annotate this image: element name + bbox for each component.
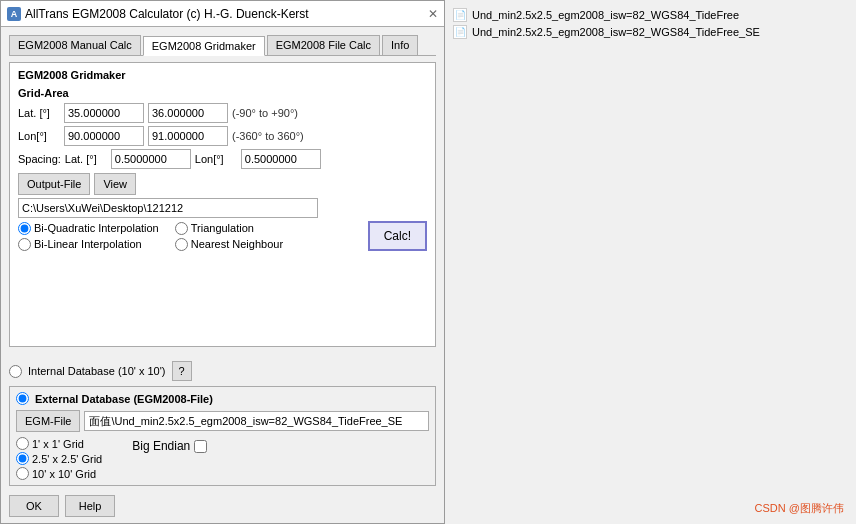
lat-spacing-label: Lat. [°] [65,153,107,165]
big-endian-label: Big Endian [132,439,190,453]
grid-2-5-option[interactable]: 2.5' x 2.5' Grid [16,452,102,465]
list-item: 📄 Und_min2.5x2.5_egm2008_isw=82_WGS84_Ti… [453,25,848,39]
lon-spacing-label: Lon[°] [195,153,237,165]
file-path-row [18,198,427,218]
bi-lin-radio[interactable] [18,238,31,251]
window-content: EGM2008 Manual Calc EGM2008 Gridmaker EG… [1,27,444,355]
spacing-row: Spacing: Lat. [°] Lon[°] [18,149,427,169]
lon-row: Lon[°] (-360° to 360°) [18,126,427,146]
lon-from-input[interactable] [64,126,144,146]
grid-10-radio[interactable] [16,467,29,480]
main-window: A AllTrans EGM2008 Calculator (c) H.-G. … [0,0,445,524]
nearest-neighbour-option[interactable]: Nearest Neighbour [175,238,283,251]
question-button[interactable]: ? [172,361,192,381]
ok-button[interactable]: OK [9,495,59,517]
file-icon: 📄 [453,25,467,39]
close-button[interactable]: ✕ [428,7,438,21]
file-name-2: Und_min2.5x2.5_egm2008_isw=82_WGS84_Tide… [472,26,760,38]
file-path-input[interactable] [18,198,318,218]
lon-hint: (-360° to 360°) [232,130,304,142]
tab-bar: EGM2008 Manual Calc EGM2008 Gridmaker EG… [9,35,436,56]
output-file-button[interactable]: Output-File [18,173,90,195]
output-file-row: Output-File View [18,173,427,195]
file-icon: 📄 [453,8,467,22]
tab-file-calc[interactable]: EGM2008 File Calc [267,35,380,55]
grid-10-label: 10' x 10' Grid [32,468,96,480]
lon-to-input[interactable] [148,126,228,146]
lat-row: Lat. [°] (-90° to +90°) [18,103,427,123]
egm-file-button[interactable]: EGM-File [16,410,80,432]
grid-2-5-radio[interactable] [16,452,29,465]
external-db-box: External Database (EGM2008-File) EGM-Fil… [9,386,436,486]
list-item: 📄 Und_min2.5x2.5_egm2008_isw=82_WGS84_Ti… [453,8,848,22]
interp-options: Bi-Quadratic Interpolation Bi-Linear Int… [18,222,159,251]
file-name-1: Und_min2.5x2.5_egm2008_isw=82_WGS84_Tide… [472,9,739,21]
panel-title: EGM2008 Gridmaker [18,69,427,81]
external-db-radio[interactable] [16,392,29,405]
ok-help-row: OK Help [9,495,436,517]
tab-info[interactable]: Info [382,35,418,55]
bi-quad-radio[interactable] [18,222,31,235]
bi-quad-label: Bi-Quadratic Interpolation [34,222,159,234]
help-button[interactable]: Help [65,495,115,517]
bottom-section: Internal Database (10' x 10') ? External… [1,355,444,523]
egm-file-row: EGM-File [16,410,429,432]
triangulation-label: Triangulation [191,222,254,234]
lon-spacing-input[interactable] [241,149,321,169]
lat-to-input[interactable] [148,103,228,123]
title-bar: A AllTrans EGM2008 Calculator (c) H.-G. … [1,1,444,27]
grid-options: 1' x 1' Grid 2.5' x 2.5' Grid 10' x 10' … [16,437,102,480]
lat-label: Lat. [°] [18,107,60,119]
lat-from-input[interactable] [64,103,144,123]
calc-area: Bi-Quadratic Interpolation Bi-Linear Int… [18,221,427,251]
window-title: AllTrans EGM2008 Calculator (c) H.-G. Du… [25,7,309,21]
view-button[interactable]: View [94,173,136,195]
lat-spacing-input[interactable] [111,149,191,169]
egm-path-input[interactable] [84,411,429,431]
external-db-label: External Database (EGM2008-File) [35,393,213,405]
bi-lin-label: Bi-Linear Interpolation [34,238,142,250]
grid-1-option[interactable]: 1' x 1' Grid [16,437,102,450]
lat-hint: (-90° to +90°) [232,107,298,119]
nearest-neighbour-radio[interactable] [175,238,188,251]
calc-button[interactable]: Calc! [368,221,427,251]
app-icon: A [7,7,21,21]
grid-1-label: 1' x 1' Grid [32,438,84,450]
triangulation-radio[interactable] [175,222,188,235]
watermark: CSDN @图腾许伟 [755,501,844,516]
triangulation-option[interactable]: Triangulation [175,222,283,235]
internal-db-row: Internal Database (10' x 10') ? [9,361,436,381]
bi-quad-option[interactable]: Bi-Quadratic Interpolation [18,222,159,235]
tab-gridmaker[interactable]: EGM2008 Gridmaker [143,36,265,56]
grid-10-option[interactable]: 10' x 10' Grid [16,467,102,480]
grid-area-label: Grid-Area [18,87,427,99]
internal-db-radio[interactable] [9,365,22,378]
tab-manual-calc[interactable]: EGM2008 Manual Calc [9,35,141,55]
right-panel: 📄 Und_min2.5x2.5_egm2008_isw=82_WGS84_Ti… [445,0,856,524]
panel-box: EGM2008 Gridmaker Grid-Area Lat. [°] (-9… [9,62,436,347]
bi-lin-option[interactable]: Bi-Linear Interpolation [18,238,159,251]
lon-label: Lon[°] [18,130,60,142]
calc-options: Triangulation Nearest Neighbour [175,222,283,251]
nearest-neighbour-label: Nearest Neighbour [191,238,283,250]
spacing-label: Spacing: [18,153,61,165]
grid-1-radio[interactable] [16,437,29,450]
internal-db-label: Internal Database (10' x 10') [28,365,166,377]
grid-2-5-label: 2.5' x 2.5' Grid [32,453,102,465]
big-endian-checkbox[interactable] [194,440,207,453]
